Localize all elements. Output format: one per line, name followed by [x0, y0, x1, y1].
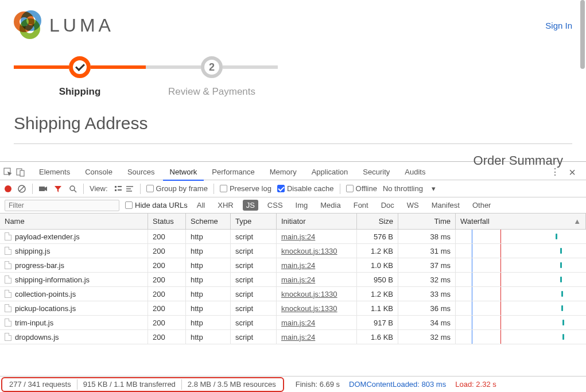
type-js[interactable]: JS [243, 200, 258, 211]
initiator-link[interactable]: main.js:24 [281, 232, 315, 241]
tab-performance[interactable]: Performance [205, 164, 261, 180]
cell-scheme: http [186, 244, 231, 258]
network-filterbar: Hide data URLs All XHR JS CSS Img Media … [0, 197, 586, 214]
initiator-link[interactable]: main.js:24 [281, 319, 315, 327]
cell-scheme: http [186, 330, 231, 344]
cell-name: collection-points.js [15, 290, 76, 298]
type-all[interactable]: All [193, 200, 208, 211]
step-shipping-node[interactable] [69, 56, 91, 78]
tab-memory[interactable]: Memory [263, 164, 304, 180]
file-icon [5, 275, 11, 284]
table-row[interactable]: trim-input.js200httpscriptmain.js:24917 … [0, 316, 586, 330]
col-initiator[interactable]: Initiator [277, 214, 357, 229]
cell-size: 1.0 KB [357, 258, 398, 272]
type-media[interactable]: Media [317, 200, 344, 211]
inspect-icon[interactable] [3, 168, 13, 177]
cell-status: 200 [148, 287, 186, 301]
devtools-close-icon[interactable]: × [565, 166, 579, 178]
type-manifest[interactable]: Manifest [428, 200, 463, 211]
svg-line-7 [74, 190, 76, 192]
preserve-log-checkbox[interactable]: Preserve log [220, 184, 271, 193]
cell-scheme: http [186, 287, 231, 301]
network-statusbar: 277 / 341 requests 915 KB / 1.1 MB trans… [0, 376, 586, 392]
col-status[interactable]: Status [148, 214, 186, 229]
tab-sources[interactable]: Sources [121, 164, 162, 180]
tab-security[interactable]: Security [356, 164, 397, 180]
table-row[interactable]: pickup-locations.js200httpscriptknockout… [0, 301, 586, 316]
filter-icon[interactable] [53, 184, 63, 193]
table-row[interactable]: payload-extender.js200httpscriptmain.js:… [0, 230, 586, 244]
col-waterfall[interactable]: Waterfall▲ [456, 214, 586, 229]
cell-type: script [231, 330, 277, 344]
type-xhr[interactable]: XHR [214, 200, 236, 211]
cell-waterfall [456, 316, 586, 329]
sort-asc-icon: ▲ [573, 217, 581, 226]
tab-network[interactable]: Network [163, 164, 204, 181]
col-scheme[interactable]: Scheme [186, 214, 231, 229]
type-img[interactable]: Img [292, 200, 312, 211]
throttling-select[interactable]: No throttling ▾ [383, 184, 436, 193]
initiator-link[interactable]: main.js:24 [281, 333, 315, 341]
initiator-link[interactable]: main.js:24 [281, 261, 315, 270]
step-review-node[interactable]: 2 [201, 56, 223, 78]
col-size[interactable]: Size [357, 214, 398, 229]
group-by-frame-checkbox[interactable]: Group by frame [146, 184, 208, 193]
cell-scheme: http [186, 316, 231, 329]
tab-audits[interactable]: Audits [398, 164, 432, 180]
type-other[interactable]: Other [469, 200, 495, 211]
type-ws[interactable]: WS [403, 200, 422, 211]
file-icon [5, 319, 11, 327]
logo-icon [14, 10, 44, 40]
disable-cache-checkbox[interactable]: Disable cache [277, 184, 334, 193]
file-icon [5, 290, 11, 298]
table-row[interactable]: shipping-information.js200httpscriptmain… [0, 273, 586, 287]
offline-checkbox[interactable]: Offline [346, 184, 377, 193]
cell-status: 200 [148, 301, 186, 315]
col-type[interactable]: Type [231, 214, 277, 229]
cell-time: 32 ms [398, 273, 456, 286]
filter-input[interactable] [5, 200, 119, 211]
col-time[interactable]: Time [398, 214, 456, 229]
cell-waterfall [456, 258, 586, 272]
cell-waterfall [456, 230, 586, 243]
type-font[interactable]: Font [350, 200, 372, 211]
cell-name: dropdowns.js [15, 333, 59, 341]
camera-icon[interactable] [38, 184, 48, 193]
cell-size: 1.1 KB [357, 301, 398, 315]
tab-application[interactable]: Application [305, 164, 355, 180]
cell-waterfall [456, 287, 586, 301]
table-row[interactable]: collection-points.js200httpscriptknockou… [0, 287, 586, 301]
chevron-down-icon: ▾ [432, 184, 436, 193]
hide-data-urls-checkbox[interactable]: Hide data URLs [125, 201, 188, 209]
tab-elements[interactable]: Elements [32, 164, 77, 180]
cell-waterfall [456, 244, 586, 258]
col-name[interactable]: Name [0, 214, 148, 229]
page-scrollbar[interactable] [580, 0, 585, 69]
tab-console[interactable]: Console [78, 164, 119, 180]
cell-name: shipping-information.js [15, 275, 90, 284]
device-icon[interactable] [16, 168, 25, 177]
cell-status: 200 [148, 330, 186, 344]
initiator-link[interactable]: knockout.js:1330 [281, 290, 337, 298]
search-icon[interactable] [68, 184, 77, 193]
type-css[interactable]: CSS [264, 200, 286, 211]
site-logo[interactable]: LUMA [14, 10, 114, 40]
record-button[interactable] [5, 185, 11, 192]
initiator-link[interactable]: knockout.js:1330 [281, 304, 337, 313]
type-doc[interactable]: Doc [378, 200, 398, 211]
cell-status: 200 [148, 258, 186, 272]
sign-in-link[interactable]: Sign In [545, 21, 572, 30]
file-icon [5, 232, 11, 240]
large-rows-icon[interactable] [114, 184, 123, 193]
table-row[interactable]: shipping.js200httpscriptknockout.js:1330… [0, 244, 586, 258]
table-row[interactable]: dropdowns.js200httpscriptmain.js:241.6 K… [0, 330, 586, 344]
table-row[interactable]: progress-bar.js200httpscriptmain.js:241.… [0, 258, 586, 273]
clear-icon[interactable] [17, 184, 26, 193]
initiator-link[interactable]: knockout.js:1330 [281, 247, 337, 255]
cell-name: trim-input.js [15, 319, 53, 327]
overview-icon[interactable] [125, 184, 134, 193]
initiator-link[interactable]: main.js:24 [281, 275, 315, 284]
cell-size: 917 B [357, 316, 398, 329]
file-icon [5, 333, 11, 341]
cell-name: progress-bar.js [15, 261, 64, 270]
